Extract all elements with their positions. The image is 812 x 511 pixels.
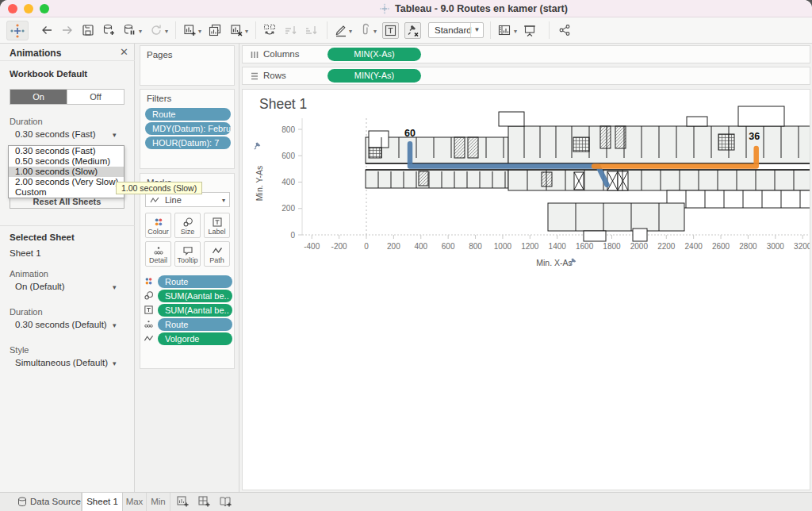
sheet-view[interactable]: 0200400600800-400-2000200400600800100012…: [242, 89, 810, 490]
tableau-home-button[interactable]: [6, 21, 29, 40]
zoom-window-button[interactable]: [40, 4, 49, 13]
highlight-button[interactable]: [334, 23, 348, 37]
swap-axes-button[interactable]: [262, 23, 277, 37]
highlight-caret[interactable]: ▾: [349, 28, 352, 35]
mark-pill[interactable]: SUM(Aantal be..: [158, 304, 232, 317]
duration-option[interactable]: 0.50 seconds (Medium): [9, 156, 124, 167]
svg-text:2400: 2400: [685, 242, 703, 251]
mark-pill-row: SUM(Aantal be..: [144, 304, 234, 317]
show-me-button[interactable]: [497, 23, 511, 37]
duration-dropdown[interactable]: 0.30 seconds (Fast): [15, 129, 96, 139]
columns-shelf-label: Columns: [263, 49, 299, 59]
sheet-duration-dropdown-caret[interactable]: ▾: [113, 321, 117, 329]
filters-label: Filters: [147, 94, 171, 103]
style-dropdown[interactable]: Simultaneous (Default): [15, 358, 108, 367]
workbook-default-toggle: On Off: [10, 89, 124, 105]
duration-option[interactable]: 0.30 seconds (Fast): [9, 146, 124, 156]
fix-axes-button[interactable]: [404, 22, 421, 39]
style-dropdown-caret[interactable]: ▾: [113, 359, 117, 367]
animation-dropdown[interactable]: On (Default): [15, 282, 65, 291]
tooltip-button[interactable]: Tooltip: [174, 241, 201, 267]
animations-panel: Animations ✕ Workbook Default On Off Dur…: [0, 44, 135, 492]
minimize-window-button[interactable]: [24, 4, 33, 13]
svg-text:2800: 2800: [739, 242, 757, 251]
new-worksheet-tab-button[interactable]: [176, 495, 190, 509]
title-bar: Tableau - 9.0 Routes en kamer (start): [0, 0, 812, 17]
filter-pill[interactable]: HOUR(Datum): 7: [145, 136, 231, 149]
columns-shelf[interactable]: Columns MIN(X-As): [242, 45, 810, 63]
svg-text:0: 0: [290, 231, 295, 240]
new-data-source-button[interactable]: [102, 23, 116, 37]
animation-label: Animation: [10, 269, 48, 279]
close-icon[interactable]: ✕: [120, 46, 128, 58]
data-source-icon: [17, 497, 27, 507]
refresh-caret[interactable]: ▾: [165, 28, 168, 35]
size-button[interactable]: Size: [174, 213, 201, 238]
svg-text:1400: 1400: [549, 242, 567, 251]
sort-descending-button[interactable]: [304, 23, 318, 37]
svg-text:3000: 3000: [767, 242, 785, 251]
tab-min[interactable]: Min: [147, 493, 170, 511]
rows-shelf[interactable]: Rows MIN(Y-As): [242, 67, 810, 85]
svg-text:1800: 1800: [603, 242, 621, 251]
show-mark-labels-button[interactable]: [382, 22, 399, 39]
save-button[interactable]: [81, 23, 95, 37]
label-button[interactable]: Label: [204, 213, 230, 238]
share-button[interactable]: [557, 23, 572, 37]
tab-sheet-1[interactable]: Sheet 1: [82, 493, 123, 511]
pause-updates-button[interactable]: [122, 23, 136, 37]
presentation-mode-button[interactable]: [523, 23, 537, 37]
new-worksheet-caret[interactable]: ▾: [198, 28, 201, 35]
animations-panel-header: Animations ✕: [0, 44, 135, 61]
mark-pill[interactable]: SUM(Aantal be..: [158, 290, 232, 302]
pin-icon: [255, 143, 261, 150]
sheet-duration-label: Duration: [10, 307, 43, 317]
animation-dropdown-caret[interactable]: ▾: [113, 283, 117, 291]
path-button[interactable]: Path: [204, 241, 230, 267]
svg-text:800: 800: [469, 242, 482, 251]
marks-card[interactable]: Marks Line ▾ ColourSizeLabelDetailToolti…: [140, 173, 235, 369]
refresh-button[interactable]: [149, 23, 163, 37]
sort-ascending-button[interactable]: [283, 23, 297, 37]
undo-button[interactable]: [40, 23, 54, 37]
attach-button[interactable]: [358, 23, 373, 37]
duration-option[interactable]: 2.00 seconds (Very Slow): [9, 177, 124, 187]
duration-option[interactable]: Custom: [9, 187, 124, 198]
close-window-button[interactable]: [8, 4, 17, 13]
pages-card[interactable]: Pages: [140, 45, 235, 86]
data-source-tab-label: Data Source: [30, 497, 81, 506]
duplicate-sheet-button[interactable]: [208, 23, 222, 37]
mark-pill[interactable]: Route: [158, 275, 232, 288]
colour-button[interactable]: Colour: [145, 213, 171, 238]
animation-off-button[interactable]: Off: [67, 90, 124, 104]
svg-text:2200: 2200: [657, 242, 676, 251]
clear-sheet-button[interactable]: [229, 23, 243, 37]
duration-dropdown-caret[interactable]: ▾: [113, 131, 117, 139]
filters-card[interactable]: Filters RouteMDY(Datum): Februa..HOUR(Da…: [140, 89, 235, 169]
pause-updates-caret[interactable]: ▾: [139, 28, 142, 35]
tableau-logo-icon: [10, 23, 25, 39]
style-label: Style: [10, 345, 29, 355]
filter-pill[interactable]: MDY(Datum): Februa..: [145, 122, 231, 135]
detail-button[interactable]: Detail: [145, 241, 171, 267]
rows-pill[interactable]: MIN(Y-As): [327, 69, 421, 83]
new-story-tab-button[interactable]: [219, 495, 233, 509]
new-dashboard-tab-button[interactable]: [197, 495, 212, 509]
new-worksheet-button[interactable]: [182, 23, 197, 37]
sheet-duration-dropdown[interactable]: 0.30 seconds (Default): [15, 320, 107, 329]
tab-max[interactable]: Max: [123, 493, 147, 511]
animation-on-button[interactable]: On: [10, 90, 67, 104]
redo-button[interactable]: [60, 23, 75, 37]
filter-pill[interactable]: Route: [145, 108, 231, 121]
svg-text:Min. X-As: Min. X-As: [536, 258, 573, 267]
mark-pill[interactable]: Volgorde: [158, 332, 232, 345]
columns-pill[interactable]: MIN(X-As): [327, 48, 421, 61]
attach-caret[interactable]: ▾: [373, 28, 377, 35]
fit-select[interactable]: Standard ▼: [428, 22, 484, 38]
duration-option[interactable]: 1.00 seconds (Slow): [9, 167, 124, 177]
show-me-caret[interactable]: ▾: [514, 28, 517, 35]
mark-pill[interactable]: Route: [158, 318, 232, 331]
clear-sheet-caret[interactable]: ▾: [245, 28, 248, 35]
data-source-tab[interactable]: Data Source: [0, 493, 82, 511]
selected-sheet-label: Selected Sheet: [10, 232, 75, 242]
